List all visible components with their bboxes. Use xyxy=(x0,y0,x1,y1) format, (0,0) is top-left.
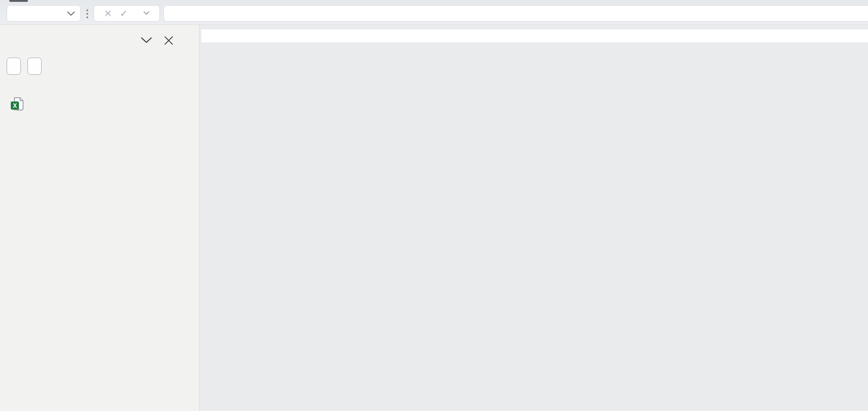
clipboard-actions xyxy=(7,58,42,75)
name-box[interactable] xyxy=(7,5,81,22)
svg-text:X: X xyxy=(13,103,17,109)
paste-all-button[interactable] xyxy=(7,58,21,75)
formula-input[interactable] xyxy=(163,5,868,22)
main-area: X xyxy=(0,25,868,411)
worksheet-area xyxy=(200,25,868,411)
clipboard-item[interactable]: X xyxy=(7,96,188,114)
cancel-icon[interactable]: ✕ xyxy=(104,9,112,18)
spreadsheet-grid xyxy=(201,29,868,42)
enter-icon[interactable]: ✓ xyxy=(120,9,127,18)
formula-bar: ⋮ ✕ ✓ xyxy=(0,0,868,25)
chevron-down-icon[interactable] xyxy=(140,37,152,46)
more-options-icon[interactable]: ⋮ xyxy=(83,5,91,22)
chevron-down-icon[interactable] xyxy=(67,8,75,19)
excel-workbook-icon: X xyxy=(10,97,25,114)
close-icon[interactable] xyxy=(163,35,174,47)
chevron-down-icon[interactable] xyxy=(143,10,149,17)
clipboard-pane: X xyxy=(0,25,200,411)
window-chrome-notch xyxy=(9,0,28,2)
clear-all-button[interactable] xyxy=(27,58,42,75)
formula-controls: ✕ ✓ xyxy=(94,5,160,22)
